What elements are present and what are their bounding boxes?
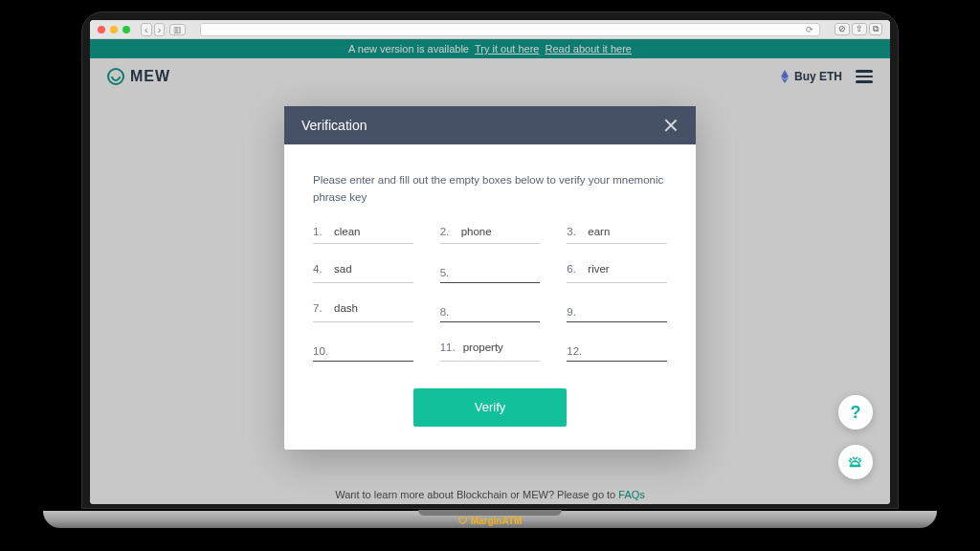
mnemonic-word-4: 4.sad xyxy=(313,263,413,283)
mnemonic-word-12[interactable]: 12. xyxy=(567,342,667,362)
word-value[interactable] xyxy=(461,302,541,316)
word-index: 12. xyxy=(567,345,582,357)
tabs-icon[interactable]: ⧉ xyxy=(869,23,882,35)
mnemonic-word-7: 7.dash xyxy=(313,302,413,322)
mnemonic-word-1: 1.clean xyxy=(313,226,413,244)
bell-icon: 🛎 xyxy=(848,453,863,471)
minimize-window-icon[interactable] xyxy=(110,26,118,33)
word-value: clean xyxy=(334,226,413,239)
mnemonic-word-10[interactable]: 10. xyxy=(313,342,413,362)
forward-button[interactable]: › xyxy=(154,23,166,36)
sidebar-toggle-icon[interactable]: ▥ xyxy=(169,24,186,35)
word-index: 9. xyxy=(567,306,580,318)
modal-title: Verification xyxy=(301,118,367,133)
word-value: phone xyxy=(461,226,541,239)
mnemonic-word-8[interactable]: 8. xyxy=(440,302,541,322)
window-controls xyxy=(98,26,130,33)
word-value[interactable] xyxy=(588,302,667,316)
reader-mode-icon[interactable]: ⟳ xyxy=(806,25,813,34)
verify-button[interactable]: Verify xyxy=(413,388,567,427)
word-value: sad xyxy=(334,263,413,276)
word-value[interactable] xyxy=(590,342,667,355)
back-button[interactable]: ‹ xyxy=(141,23,152,36)
modal-body: Please enter and fill out the empty boxe… xyxy=(284,144,696,450)
maximize-window-icon[interactable] xyxy=(122,26,130,33)
word-index: 8. xyxy=(440,306,454,318)
toolbar-right: ⊘ ⇧ ⧉ xyxy=(835,23,882,35)
word-index: 4. xyxy=(313,263,326,275)
watermark: 🛡 MarginATM xyxy=(458,516,523,526)
word-index: 10. xyxy=(313,345,328,357)
word-value: river xyxy=(588,263,667,276)
mnemonic-word-5[interactable]: 5. xyxy=(440,263,541,283)
laptop-bezel: ‹ › ▥ ⟳ ⊘ ⇧ ⧉ A new version is available… xyxy=(81,11,899,509)
word-value: property xyxy=(463,342,541,355)
mnemonic-word-3: 3.earn xyxy=(567,226,667,244)
modal-header: Verification xyxy=(284,106,696,144)
word-index: 7. xyxy=(313,302,326,314)
help-fab[interactable]: ? xyxy=(838,395,873,430)
word-value: dash xyxy=(334,302,413,316)
word-index: 3. xyxy=(567,226,580,237)
url-bar[interactable]: ⟳ xyxy=(200,23,820,36)
share-icon[interactable]: ⇧ xyxy=(852,23,867,35)
mnemonic-word-2: 2.phone xyxy=(440,226,541,244)
laptop-screen: ‹ › ▥ ⟳ ⊘ ⇧ ⧉ A new version is available… xyxy=(90,20,890,504)
word-value: earn xyxy=(588,226,667,239)
browser-toolbar: ‹ › ▥ ⟳ ⊘ ⇧ ⧉ xyxy=(90,20,890,39)
fab-column: ? 🛎 xyxy=(838,395,873,479)
word-index: 6. xyxy=(567,263,580,275)
concierge-fab[interactable]: 🛎 xyxy=(838,445,873,479)
page-content: A new version is available Try it out he… xyxy=(90,39,890,504)
nav-arrows: ‹ › xyxy=(141,23,165,36)
word-value[interactable] xyxy=(461,263,541,276)
word-index: 5. xyxy=(440,267,454,278)
mnemonic-word-11: 11.property xyxy=(440,342,541,362)
watermark-text: MarginATM xyxy=(471,516,523,526)
word-value[interactable] xyxy=(336,342,413,355)
word-index: 2. xyxy=(440,226,454,237)
word-index: 11. xyxy=(440,342,456,353)
verification-modal: Verification Please enter and fill out t… xyxy=(284,106,696,450)
mnemonic-word-6: 6.river xyxy=(567,263,667,283)
mnemonic-grid: 1.clean2.phone3.earn4.sad5.6.river7.dash… xyxy=(313,226,667,362)
watermark-icon: 🛡 xyxy=(458,516,468,526)
close-window-icon[interactable] xyxy=(98,26,105,33)
shield-icon[interactable]: ⊘ xyxy=(835,23,850,35)
help-icon: ? xyxy=(851,403,861,423)
word-index: 1. xyxy=(313,226,326,237)
modal-instruction: Please enter and fill out the empty boxe… xyxy=(313,171,667,207)
laptop-mockup: ‹ › ▥ ⟳ ⊘ ⇧ ⧉ A new version is available… xyxy=(81,11,899,528)
mnemonic-word-9[interactable]: 9. xyxy=(567,302,667,322)
close-icon[interactable] xyxy=(663,118,679,133)
